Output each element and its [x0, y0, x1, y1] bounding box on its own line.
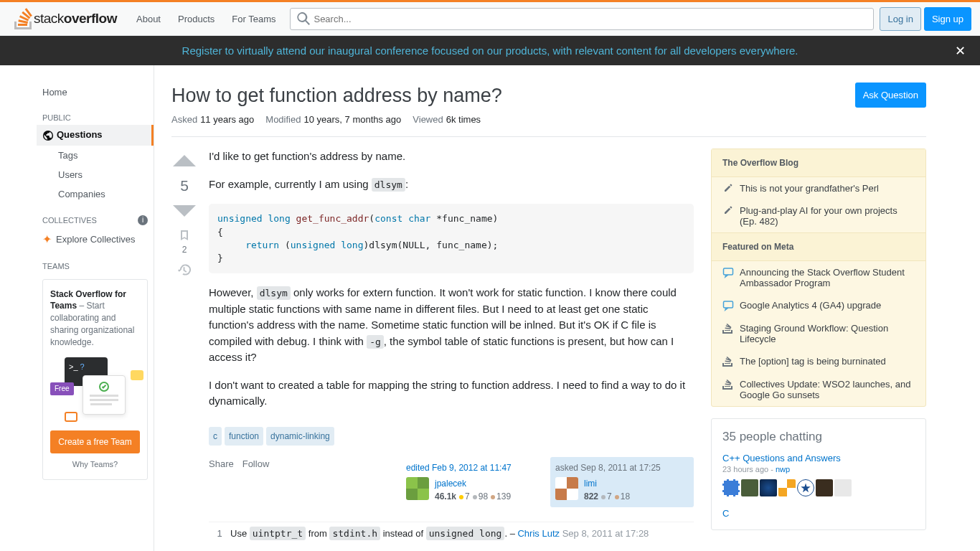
nav-for-teams[interactable]: For Teams [223, 9, 284, 29]
avatar[interactable] [816, 479, 833, 496]
svg-rect-1 [724, 301, 733, 308]
chat-heading: 35 people chatting [722, 430, 915, 444]
info-icon[interactable]: i [138, 215, 148, 225]
search-container [290, 8, 874, 30]
owner-card: asked Sep 8, 2011 at 17:25 limi 822718 [550, 457, 694, 507]
explore-label: Explore Collectives [56, 234, 136, 245]
meta-item[interactable]: Google Analytics 4 (GA4) upgrade [712, 294, 925, 317]
star-icon: ✦ [42, 232, 52, 246]
sidebar-users[interactable]: Users [37, 165, 154, 184]
ask-question-button[interactable]: Ask Question [855, 83, 926, 108]
comment: 1 Use uintptr_t from stdint.h instead of… [209, 522, 694, 545]
share-link[interactable]: Share [209, 457, 234, 507]
editor-card: edited Feb 9, 2012 at 11:47 jpalecek 46.… [401, 457, 545, 507]
svg-rect-0 [724, 268, 733, 275]
meta-item[interactable]: The [option] tag is being burninated [712, 350, 925, 373]
stack-icon [722, 356, 734, 367]
create-team-button[interactable]: Create a free Team [50, 430, 140, 454]
sidebar-collectives-heading: COLLECTIVES i [37, 204, 154, 228]
comment-vote: 1 [209, 527, 230, 541]
speech-icon [722, 300, 734, 311]
history-icon[interactable] [178, 263, 191, 276]
question-body: I'd like to get function's address by na… [209, 149, 694, 545]
bookmark-count: 2 [182, 245, 187, 255]
avatar[interactable] [778, 479, 796, 496]
chat-room-link[interactable]: C [722, 508, 729, 519]
avatar[interactable] [834, 479, 852, 496]
tag[interactable]: dynamic-linking [266, 427, 334, 446]
meta-item[interactable]: Staging Ground Workflow: Question Lifecy… [712, 317, 925, 350]
left-sidebar: Home PUBLIC Questions Tags Users Compani… [37, 65, 154, 551]
user-link[interactable]: jpalecek [435, 479, 466, 489]
logo-text: stackoverflow [34, 11, 117, 27]
close-icon[interactable]: ✕ [955, 43, 966, 59]
speech-icon [722, 267, 734, 278]
chat-room-link[interactable]: C++ Questions and Answers [722, 453, 841, 463]
code-block: unsigned long get_func_addr(const char *… [209, 204, 694, 273]
sidebar-home[interactable]: Home [37, 83, 154, 102]
chat-avatars [722, 479, 915, 496]
sidebar-questions-label: Questions [57, 129, 103, 140]
question-tags: c function dynamic-linking [209, 427, 694, 446]
user-link[interactable]: limi [584, 479, 597, 489]
follow-link[interactable]: Follow [242, 457, 270, 507]
sidebar-public-heading: PUBLIC [37, 102, 154, 125]
meta-item[interactable]: Announcing the Stack Overflow Student Am… [712, 261, 925, 294]
search-input[interactable] [290, 8, 874, 30]
stackoverflow-icon [14, 8, 32, 29]
tag[interactable]: function [225, 427, 263, 446]
chat-box: 35 people chatting C++ Questions and Ans… [711, 418, 926, 530]
header: stackoverflow About Products For Teams L… [0, 2, 980, 36]
right-sidebar: The Overflow Blog This is not your grand… [711, 149, 926, 545]
comment-user-link[interactable]: Chris Lutz [517, 528, 560, 539]
why-teams-link[interactable]: Why Teams? [50, 459, 140, 470]
sidebar-companies[interactable]: Companies [37, 184, 154, 204]
teams-illustration: >_ ? Free [50, 357, 143, 422]
meta-item[interactable]: Collectives Update: WSO2 launches, and G… [712, 373, 925, 406]
avatar[interactable] [760, 479, 777, 496]
avatar[interactable] [406, 477, 429, 500]
stack-icon [722, 379, 734, 390]
overflow-blog-box: The Overflow Blog This is not your grand… [711, 149, 926, 407]
login-button[interactable]: Log in [880, 7, 920, 31]
nav-products[interactable]: Products [169, 9, 223, 29]
vote-column: 5 2 [171, 149, 209, 545]
blog-item[interactable]: This is not your grandfather's Perl [712, 177, 925, 199]
sidebar-explore-collectives[interactable]: ✦ Explore Collectives [37, 228, 154, 250]
main-content: How to get function address by name? Ask… [154, 65, 943, 551]
bookmark-icon[interactable] [178, 229, 191, 242]
avatar[interactable] [741, 479, 758, 496]
tag[interactable]: c [209, 427, 222, 446]
avatar[interactable] [722, 479, 740, 496]
globe-icon [42, 130, 54, 141]
question-meta: Asked11 years ago Modified10 years, 7 mo… [171, 114, 926, 137]
announcement-banner: Register to virtually attend our inaugur… [0, 36, 980, 65]
pencil-icon [722, 205, 734, 215]
logo[interactable]: stackoverflow [9, 2, 128, 35]
nav-about[interactable]: About [128, 9, 169, 29]
pencil-icon [722, 183, 734, 193]
teams-promo: Stack Overflow for Teams – Start collabo… [42, 279, 148, 480]
downvote-button[interactable] [171, 197, 197, 223]
sidebar-questions[interactable]: Questions [37, 125, 154, 146]
edit-time-link[interactable]: edited Feb 9, 2012 at 11:47 [406, 463, 512, 473]
stack-icon [722, 323, 734, 334]
sidebar-tags[interactable]: Tags [37, 146, 154, 165]
search-icon [297, 12, 310, 25]
blog-item[interactable]: Plug-and-play AI for your own projects (… [712, 199, 925, 232]
avatar[interactable] [797, 479, 814, 496]
sidebar-teams-heading: TEAMS [37, 250, 154, 273]
signup-button[interactable]: Sign up [924, 7, 971, 31]
upvote-button[interactable] [171, 149, 197, 174]
vote-count: 5 [180, 177, 189, 194]
avatar[interactable] [555, 477, 578, 500]
banner-link[interactable]: Register to virtually attend our inaugur… [182, 44, 798, 57]
chat-user-link[interactable]: nwp [776, 465, 790, 474]
question-title: How to get function address by name? [171, 83, 502, 108]
